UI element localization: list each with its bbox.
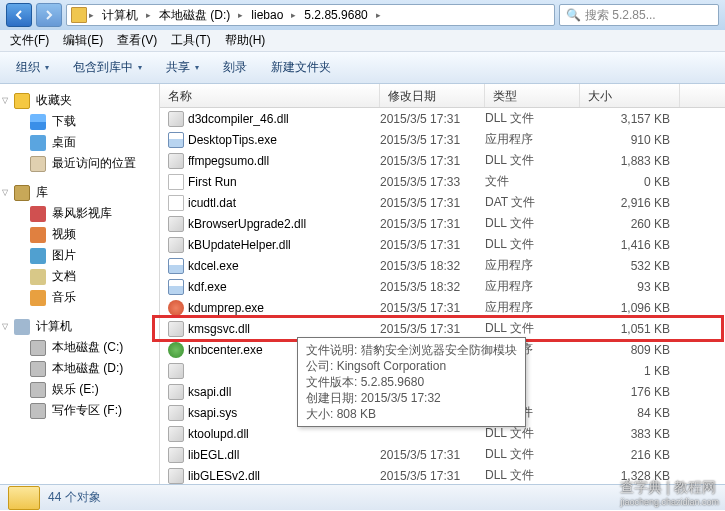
table-row[interactable]: kdumprep.exe2015/3/5 17:31应用程序1,096 KB: [160, 297, 725, 318]
file-type: DLL 文件: [485, 467, 580, 484]
table-row[interactable]: DesktopTips.exe2015/3/5 17:31应用程序910 KB: [160, 129, 725, 150]
column-size[interactable]: 大小: [580, 84, 680, 107]
file-list[interactable]: d3dcompiler_46.dll2015/3/5 17:31DLL 文件3,…: [160, 108, 725, 484]
file-name: ffmpegsumo.dll: [188, 154, 269, 168]
chevron-icon: ▸: [376, 10, 381, 20]
file-type: DAT 文件: [485, 194, 580, 211]
file-type: 应用程序: [485, 299, 580, 316]
file-size: 910 KB: [580, 133, 670, 147]
file-icon: [168, 363, 184, 379]
file-date: 2015/3/5 17:31: [380, 112, 485, 126]
sidebar-item-videos[interactable]: 视频: [0, 224, 159, 245]
menu-file[interactable]: 文件(F): [4, 32, 55, 49]
column-name[interactable]: 名称: [160, 84, 380, 107]
recent-icon: [30, 156, 46, 172]
file-type: DLL 文件: [485, 236, 580, 253]
file-size: 2,916 KB: [580, 196, 670, 210]
file-date: 2015/3/5 18:32: [380, 280, 485, 294]
back-button[interactable]: [6, 3, 32, 27]
menu-tools[interactable]: 工具(T): [165, 32, 216, 49]
desktop-icon: [30, 135, 46, 151]
file-size: 260 KB: [580, 217, 670, 231]
tooltip-description: 文件说明: 猎豹安全浏览器安全防御模块: [306, 342, 517, 358]
column-type[interactable]: 类型: [485, 84, 580, 107]
search-input[interactable]: 🔍 搜索 5.2.85...: [559, 4, 719, 26]
file-icon: [168, 174, 184, 190]
file-type: DLL 文件: [485, 215, 580, 232]
sidebar-item-drive-c[interactable]: 本地磁盘 (C:): [0, 337, 159, 358]
file-type: 文件: [485, 173, 580, 190]
table-row[interactable]: d3dcompiler_46.dll2015/3/5 17:31DLL 文件3,…: [160, 108, 725, 129]
file-size: 532 KB: [580, 259, 670, 273]
sidebar-item-pictures[interactable]: 图片: [0, 245, 159, 266]
table-row[interactable]: ffmpegsumo.dll2015/3/5 17:31DLL 文件1,883 …: [160, 150, 725, 171]
sidebar-item-desktop[interactable]: 桌面: [0, 132, 159, 153]
file-icon: [168, 153, 184, 169]
file-icon: [168, 132, 184, 148]
column-date[interactable]: 修改日期: [380, 84, 485, 107]
sidebar-favorites[interactable]: 收藏夹: [0, 90, 159, 111]
titlebar: ▸ 计算机 ▸ 本地磁盘 (D:) ▸ liebao ▸ 5.2.85.9680…: [0, 0, 725, 30]
breadcrumb-item[interactable]: 5.2.85.9680: [298, 8, 373, 22]
file-name: libGLESv2.dll: [188, 469, 260, 483]
breadcrumb-item[interactable]: 本地磁盘 (D:): [153, 7, 236, 24]
sidebar-computer[interactable]: 计算机: [0, 316, 159, 337]
table-row[interactable]: kBrowserUpgrade2.dll2015/3/5 17:31DLL 文件…: [160, 213, 725, 234]
forward-button[interactable]: [36, 3, 62, 27]
include-library-button[interactable]: 包含到库中: [65, 57, 150, 78]
file-type: 应用程序: [485, 278, 580, 295]
menu-edit[interactable]: 编辑(E): [57, 32, 109, 49]
breadcrumb-root[interactable]: 计算机: [96, 7, 144, 24]
file-name: kBUpdateHelper.dll: [188, 238, 291, 252]
sidebar-item-recent[interactable]: 最近访问的位置: [0, 153, 159, 174]
file-name: d3dcompiler_46.dll: [188, 112, 289, 126]
file-date: 2015/3/5 17:31: [380, 154, 485, 168]
status-count: 44 个对象: [48, 489, 101, 506]
sidebar-item-music[interactable]: 音乐: [0, 287, 159, 308]
file-name: ktoolupd.dll: [188, 427, 249, 441]
file-date: 2015/3/5 18:32: [380, 259, 485, 273]
sidebar-item-baofeng[interactable]: 暴风影视库: [0, 203, 159, 224]
sidebar-item-drive-d[interactable]: 本地磁盘 (D:): [0, 358, 159, 379]
file-name: DesktopTips.exe: [188, 133, 277, 147]
column-headers: 名称 修改日期 类型 大小: [160, 84, 725, 108]
breadcrumb-item[interactable]: liebao: [245, 8, 289, 22]
organize-button[interactable]: 组织: [8, 57, 57, 78]
tooltip-company: 公司: Kingsoft Corporation: [306, 358, 517, 374]
table-row[interactable]: kdcel.exe2015/3/5 18:32应用程序532 KB: [160, 255, 725, 276]
table-row[interactable]: First Run2015/3/5 17:33文件0 KB: [160, 171, 725, 192]
drive-icon: [30, 403, 46, 419]
sidebar-item-drive-f[interactable]: 写作专区 (F:): [0, 400, 159, 421]
sidebar-item-documents[interactable]: 文档: [0, 266, 159, 287]
table-row[interactable]: libEGL.dll2015/3/5 17:31DLL 文件216 KB: [160, 444, 725, 465]
video-icon: [30, 227, 46, 243]
file-icon: [168, 279, 184, 295]
file-icon: [168, 321, 184, 337]
table-row[interactable]: kdf.exe2015/3/5 18:32应用程序93 KB: [160, 276, 725, 297]
table-row[interactable]: icudtl.dat2015/3/5 17:31DAT 文件2,916 KB: [160, 192, 725, 213]
sidebar-item-drive-e[interactable]: 娱乐 (E:): [0, 379, 159, 400]
new-folder-button[interactable]: 新建文件夹: [263, 57, 339, 78]
share-button[interactable]: 共享: [158, 57, 207, 78]
file-type: DLL 文件: [485, 446, 580, 463]
menu-help[interactable]: 帮助(H): [219, 32, 272, 49]
file-size: 3,157 KB: [580, 112, 670, 126]
table-row[interactable]: kBUpdateHelper.dll2015/3/5 17:31DLL 文件1,…: [160, 234, 725, 255]
sidebar-item-downloads[interactable]: 下载: [0, 111, 159, 132]
file-size: 383 KB: [580, 427, 670, 441]
menubar: 文件(F) 编辑(E) 查看(V) 工具(T) 帮助(H): [0, 30, 725, 52]
file-type: 应用程序: [485, 131, 580, 148]
document-icon: [30, 269, 46, 285]
sidebar-libraries[interactable]: 库: [0, 182, 159, 203]
menu-view[interactable]: 查看(V): [111, 32, 163, 49]
sidebar: 收藏夹 下载 桌面 最近访问的位置 库 暴风影视库 视频 图片 文档 音乐 计算…: [0, 84, 160, 484]
chevron-icon: ▸: [238, 10, 243, 20]
breadcrumb[interactable]: ▸ 计算机 ▸ 本地磁盘 (D:) ▸ liebao ▸ 5.2.85.9680…: [66, 4, 555, 26]
file-date: 2015/3/5 17:31: [380, 217, 485, 231]
search-icon: 🔍: [566, 8, 581, 22]
burn-button[interactable]: 刻录: [215, 57, 255, 78]
file-size: 216 KB: [580, 448, 670, 462]
table-row[interactable]: kmsgsvc.dll2015/3/5 17:31DLL 文件1,051 KB: [160, 318, 725, 339]
file-date: 2015/3/5 17:31: [380, 238, 485, 252]
file-date: 2015/3/5 17:31: [380, 133, 485, 147]
